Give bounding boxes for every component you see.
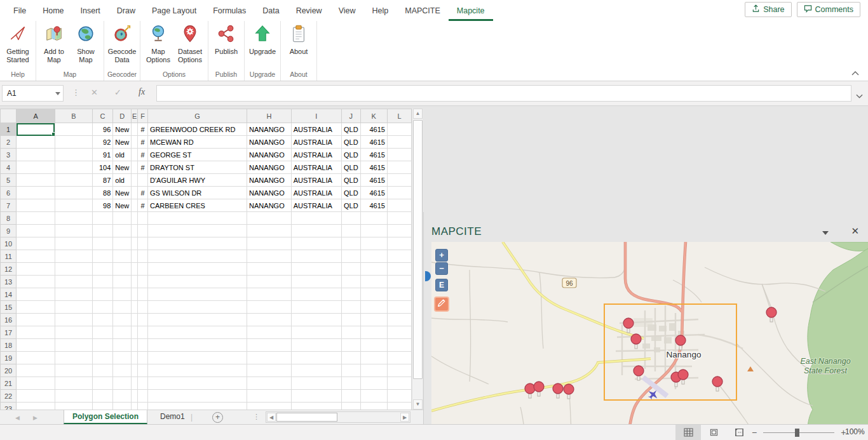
cell-H11[interactable] (247, 250, 292, 263)
cell-G19[interactable] (148, 352, 247, 364)
cell-E3[interactable] (132, 149, 138, 161)
cell-A21[interactable] (17, 377, 55, 390)
cell-L22[interactable] (387, 390, 411, 403)
cell-H10[interactable] (247, 237, 292, 250)
cell-K20[interactable] (360, 364, 387, 377)
cell-A20[interactable] (17, 364, 55, 377)
map-viewport[interactable]: 96 A3 East Nanango State Forest South Na… (431, 242, 868, 440)
cell-C18[interactable] (92, 339, 113, 352)
cell-F6[interactable]: # (138, 187, 148, 199)
cell-G11[interactable] (148, 250, 247, 263)
cell-F2[interactable]: # (138, 136, 148, 149)
cell-L18[interactable] (387, 339, 411, 352)
new-sheet-button[interactable]: + (212, 412, 223, 423)
cell-K12[interactable] (360, 263, 387, 276)
cell-H8[interactable] (247, 212, 292, 225)
cell-F1[interactable]: # (138, 123, 148, 136)
cell-I22[interactable] (291, 390, 341, 403)
cell-H9[interactable] (247, 225, 292, 237)
cell-D23[interactable] (113, 403, 132, 410)
worksheet-grid[interactable]: ABCDEFGHIJKL196New#GREENWOOD CREEK RDNAN… (0, 109, 412, 410)
cell-G2[interactable]: MCEWAN RD (148, 136, 247, 149)
cell-G13[interactable] (148, 276, 247, 288)
cell-A8[interactable] (17, 212, 55, 225)
select-all-corner[interactable] (1, 109, 17, 123)
cell-K5[interactable]: 4615 (360, 174, 387, 187)
cell-B1[interactable] (55, 123, 92, 136)
cell-F18[interactable] (138, 339, 148, 352)
cell-F23[interactable] (138, 403, 148, 410)
cell-D18[interactable] (113, 339, 132, 352)
cell-I18[interactable] (291, 339, 341, 352)
row-header-7[interactable]: 7 (1, 199, 17, 212)
pane-close-icon[interactable]: ✕ (851, 225, 859, 237)
cell-E1[interactable] (132, 123, 138, 136)
sheet-tab-polygon-selection[interactable]: Polygon Selection (64, 410, 147, 424)
row-header-19[interactable]: 19 (1, 352, 17, 364)
cell-H2[interactable]: NANANGO (247, 136, 292, 149)
cell-C21[interactable] (92, 377, 113, 390)
map-zoom-out-button[interactable]: − (435, 262, 448, 275)
scroll-up-icon[interactable]: ▲ (413, 109, 423, 119)
cell-F5[interactable] (138, 174, 148, 187)
cell-C5[interactable]: 87 (92, 174, 113, 187)
scroll-right-icon[interactable]: ▶ (400, 413, 409, 422)
cell-F7[interactable]: # (138, 199, 148, 212)
cell-B15[interactable] (55, 301, 92, 314)
cell-D4[interactable]: New (113, 161, 132, 174)
cancel-entry-icon[interactable]: ✕ (91, 88, 98, 97)
ribbon-tab-review[interactable]: Review (288, 0, 330, 21)
cell-E2[interactable] (132, 136, 138, 149)
column-header-I[interactable]: I (291, 109, 341, 123)
cell-I15[interactable] (291, 301, 341, 314)
cell-D3[interactable]: old (113, 149, 132, 161)
about-button[interactable]: About (283, 21, 315, 56)
cell-D16[interactable] (113, 314, 132, 326)
cell-K22[interactable] (360, 390, 387, 403)
cell-F3[interactable]: # (138, 149, 148, 161)
column-header-H[interactable]: H (247, 109, 292, 123)
cell-E7[interactable] (132, 199, 138, 212)
cell-J5[interactable]: QLD (341, 174, 360, 187)
cell-D2[interactable]: New (113, 136, 132, 149)
cell-G1[interactable]: GREENWOOD CREEK RD (148, 123, 247, 136)
cell-D17[interactable] (113, 326, 132, 339)
cell-I1[interactable]: AUSTRALIA (291, 123, 341, 136)
normal-view-button[interactable] (675, 425, 701, 440)
zoom-slider-thumb[interactable] (795, 429, 799, 437)
column-header-B[interactable]: B (55, 109, 92, 123)
cell-B8[interactable] (55, 212, 92, 225)
confirm-entry-icon[interactable]: ✓ (114, 88, 121, 97)
cell-K15[interactable] (360, 301, 387, 314)
cell-F16[interactable] (138, 314, 148, 326)
cell-D13[interactable] (113, 276, 132, 288)
cell-L5[interactable] (387, 174, 411, 187)
cell-K11[interactable] (360, 250, 387, 263)
cell-E17[interactable] (132, 326, 138, 339)
cell-K17[interactable] (360, 326, 387, 339)
cell-L21[interactable] (387, 377, 411, 390)
cell-I13[interactable] (291, 276, 341, 288)
cell-E8[interactable] (132, 212, 138, 225)
cell-G23[interactable] (148, 403, 247, 410)
cell-J23[interactable] (341, 403, 360, 410)
cell-B6[interactable] (55, 187, 92, 199)
cell-J3[interactable]: QLD (341, 149, 360, 161)
cell-H22[interactable] (247, 390, 292, 403)
cell-D5[interactable]: old (113, 174, 132, 187)
cell-I4[interactable]: AUSTRALIA (291, 161, 341, 174)
row-header-4[interactable]: 4 (1, 161, 17, 174)
ribbon-tab-mapcite[interactable]: MAPCITE (397, 0, 449, 21)
cell-F21[interactable] (138, 377, 148, 390)
name-box[interactable]: A1 (2, 85, 64, 102)
cell-E22[interactable] (132, 390, 138, 403)
cell-J20[interactable] (341, 364, 360, 377)
cell-L4[interactable] (387, 161, 411, 174)
cell-C12[interactable] (92, 263, 113, 276)
cell-C2[interactable]: 92 (92, 136, 113, 149)
row-header-16[interactable]: 16 (1, 314, 17, 326)
ribbon-tab-file[interactable]: File (5, 0, 34, 21)
ribbon-tab-insert[interactable]: Insert (72, 0, 109, 21)
cell-F4[interactable]: # (138, 161, 148, 174)
share-button[interactable]: Share (745, 2, 791, 17)
